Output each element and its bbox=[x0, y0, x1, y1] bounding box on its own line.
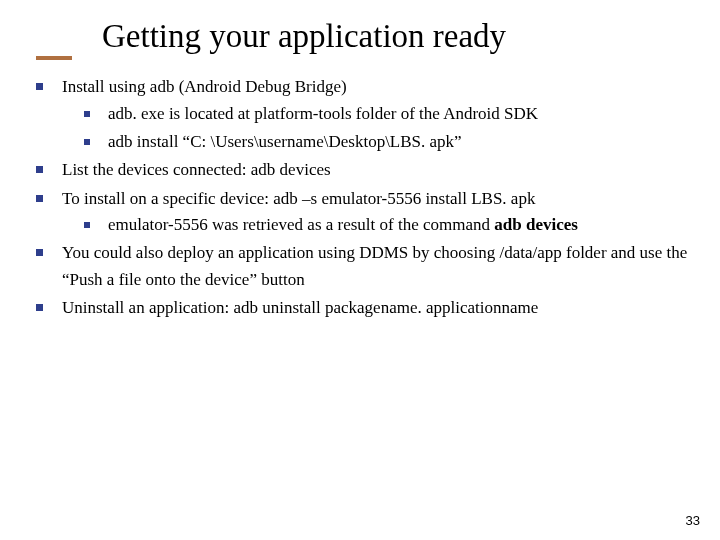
title-area: Getting your application ready bbox=[0, 0, 720, 54]
bullet-text: adb. exe is located at platform-tools fo… bbox=[108, 104, 538, 123]
list-item: adb install “C: \Users\username\Desktop\… bbox=[84, 129, 690, 155]
list-item: adb. exe is located at platform-tools fo… bbox=[84, 101, 690, 127]
slide-title: Getting your application ready bbox=[102, 18, 720, 54]
bold-inline: adb devices bbox=[494, 215, 578, 234]
list-item: To install on a specific device: adb –s … bbox=[36, 186, 690, 239]
list-item: Install using adb (Android Debug Bridge)… bbox=[36, 74, 690, 155]
bullet-text: List the devices connected: adb devices bbox=[62, 160, 331, 179]
accent-bar bbox=[36, 56, 72, 60]
bullet-text: To install on a specific device: adb –s … bbox=[62, 189, 535, 208]
page-number: 33 bbox=[686, 513, 700, 528]
bullet-text: You could also deploy an application usi… bbox=[62, 243, 687, 288]
list-item: Uninstall an application: adb uninstall … bbox=[36, 295, 690, 321]
slide-body: Install using adb (Android Debug Bridge)… bbox=[0, 74, 720, 321]
bullet-text: adb install “C: \Users\username\Desktop\… bbox=[108, 132, 462, 151]
list-item: List the devices connected: adb devices bbox=[36, 157, 690, 183]
list-item: emulator-5556 was retrieved as a result … bbox=[84, 212, 690, 238]
bullet-text: Install using adb (Android Debug Bridge) bbox=[62, 77, 347, 96]
bullet-text: Uninstall an application: adb uninstall … bbox=[62, 298, 538, 317]
list-item: You could also deploy an application usi… bbox=[36, 240, 690, 293]
sub-list: emulator-5556 was retrieved as a result … bbox=[62, 212, 690, 238]
sub-list: adb. exe is located at platform-tools fo… bbox=[62, 101, 690, 156]
bullet-list: Install using adb (Android Debug Bridge)… bbox=[36, 74, 690, 321]
bullet-text: emulator-5556 was retrieved as a result … bbox=[108, 215, 494, 234]
